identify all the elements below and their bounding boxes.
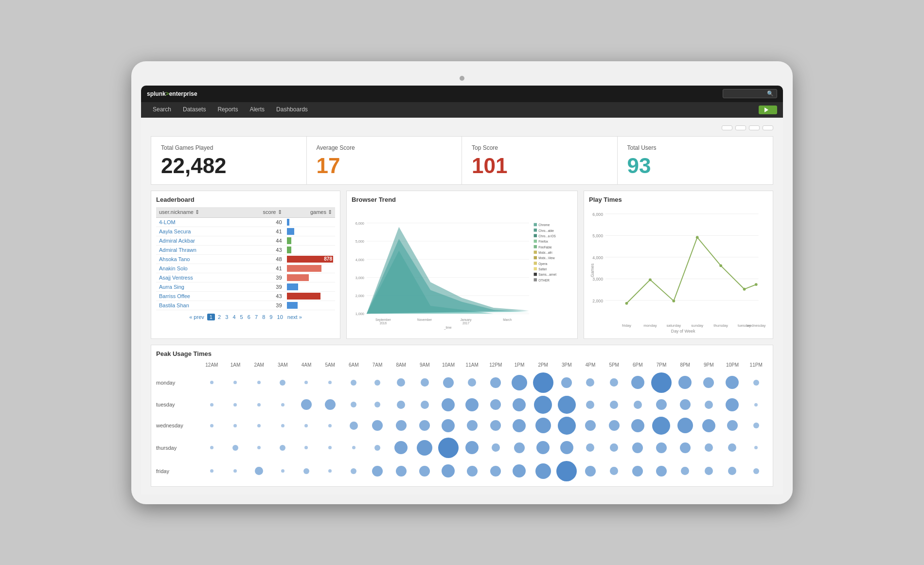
bubble xyxy=(281,469,284,473)
bubble xyxy=(556,461,577,481)
bubble-cell xyxy=(366,372,390,393)
bubble-cell xyxy=(531,396,555,414)
svg-text:OTHER: OTHER xyxy=(538,278,550,282)
bubble-cell xyxy=(650,438,674,458)
page-10[interactable]: 10 xyxy=(276,314,284,320)
bubble xyxy=(394,441,408,454)
bubble xyxy=(281,403,284,406)
page-5[interactable]: 5 xyxy=(239,314,245,320)
bubble xyxy=(656,399,667,410)
page-9[interactable]: 9 xyxy=(268,314,274,320)
bubble-hour-10: 10AM xyxy=(437,362,461,370)
page-2[interactable]: 2 xyxy=(216,314,222,320)
page-7[interactable]: 7 xyxy=(253,314,259,320)
bubble-cell xyxy=(295,372,319,393)
nav-alerts[interactable]: Alerts xyxy=(244,102,270,118)
bubble-cell xyxy=(295,461,319,481)
svg-text:monday: monday xyxy=(643,323,657,328)
find-input[interactable] xyxy=(726,91,765,97)
nav-dashboards[interactable]: Dashboards xyxy=(270,102,314,118)
device-frame: splunk>enterprise 🔍 Search Datasets Repo… xyxy=(131,61,793,504)
bubble xyxy=(632,466,643,477)
more-button[interactable] xyxy=(763,125,773,130)
svg-text:5,000: 5,000 xyxy=(355,239,364,244)
stat-avg-score-value: 17 xyxy=(317,155,452,177)
bubble xyxy=(257,403,261,406)
svg-text:6,000: 6,000 xyxy=(355,221,364,225)
browser-trend-panel: Browser Trend 6,000 5,000 4,000 3,000 2,… xyxy=(346,191,578,339)
play-times-svg: 6,000 5,000 4,000 3,000 2,000 Games xyxy=(589,207,768,334)
bubble-hour-0: 12AM xyxy=(200,362,224,370)
bubble xyxy=(585,466,596,477)
bubble-cell xyxy=(342,372,366,393)
bubble xyxy=(210,469,213,473)
cell-name: Admiral Thrawn xyxy=(156,245,240,254)
page-1[interactable]: 1 xyxy=(207,314,215,320)
bubble-hour-20: 8PM xyxy=(673,362,697,370)
bubble-cell xyxy=(224,461,248,481)
bubble xyxy=(467,420,478,431)
search-icon: 🔍 xyxy=(767,90,774,97)
bubble xyxy=(728,443,736,452)
page-4[interactable]: 4 xyxy=(231,314,237,320)
nav-datasets[interactable]: Datasets xyxy=(177,102,212,118)
bubble xyxy=(397,378,405,387)
bubble-hour-7: 7AM xyxy=(366,362,390,370)
edit-button[interactable] xyxy=(735,125,746,130)
bubble xyxy=(374,402,380,407)
table-row: Aurra Sing 39 214 xyxy=(156,282,335,291)
svg-rect-28 xyxy=(534,239,537,242)
bubble-empty-header xyxy=(156,362,200,370)
page-6[interactable]: 6 xyxy=(246,314,252,320)
bubble-cell xyxy=(318,438,342,458)
bubble xyxy=(533,372,553,393)
bubble-cell xyxy=(484,417,508,435)
bubble-cell xyxy=(224,438,248,458)
bubble xyxy=(678,376,692,389)
bubble-cell xyxy=(437,372,461,393)
browser-trend-title: Browser Trend xyxy=(352,196,572,203)
bubble xyxy=(632,442,643,453)
bubble-cell xyxy=(673,461,697,481)
bubble xyxy=(465,398,479,411)
svg-text:1,000: 1,000 xyxy=(355,312,364,316)
svg-rect-36 xyxy=(534,262,537,265)
nav-reports[interactable]: Reports xyxy=(212,102,244,118)
bubble xyxy=(280,380,285,386)
bubble-cell xyxy=(673,396,697,414)
table-row: Ahsoka Tano 48 878 xyxy=(156,254,335,264)
bubble xyxy=(257,424,261,427)
bubble xyxy=(490,420,501,431)
panels-row: Leaderboard user.nickname ⇕ score ⇕ game… xyxy=(151,191,773,339)
bubble-cell xyxy=(366,396,390,414)
bubble-cell xyxy=(508,461,532,481)
bubble-cell xyxy=(247,417,271,435)
bubble xyxy=(351,402,356,407)
cell-score: 39 xyxy=(240,273,284,282)
cell-score: 44 xyxy=(240,236,284,245)
bubble-hour-4: 4AM xyxy=(295,362,319,370)
prev-page[interactable]: « prev xyxy=(188,314,206,320)
bubble-cell xyxy=(484,461,508,481)
bubble xyxy=(372,420,383,431)
light-theme-button[interactable] xyxy=(722,125,732,130)
bubble-cell xyxy=(389,417,413,435)
search-reporting-button[interactable] xyxy=(759,106,777,114)
page-8[interactable]: 8 xyxy=(261,314,267,320)
bubble-cell xyxy=(579,438,603,458)
bubble-cell xyxy=(721,438,745,458)
bubble-hour-5: 5AM xyxy=(318,362,342,370)
svg-point-57 xyxy=(672,300,675,302)
page-3[interactable]: 3 xyxy=(224,314,230,320)
bubble-cell xyxy=(579,461,603,481)
bubble xyxy=(467,466,478,477)
export-button[interactable] xyxy=(749,125,760,130)
svg-rect-42 xyxy=(534,278,537,281)
bubble-cell xyxy=(224,372,248,393)
bubble-cell xyxy=(271,438,295,458)
bubble-cell xyxy=(224,396,248,414)
bubble-cell xyxy=(697,461,721,481)
bubble xyxy=(610,467,618,475)
next-page[interactable]: next » xyxy=(286,314,303,320)
nav-search[interactable]: Search xyxy=(147,102,177,118)
